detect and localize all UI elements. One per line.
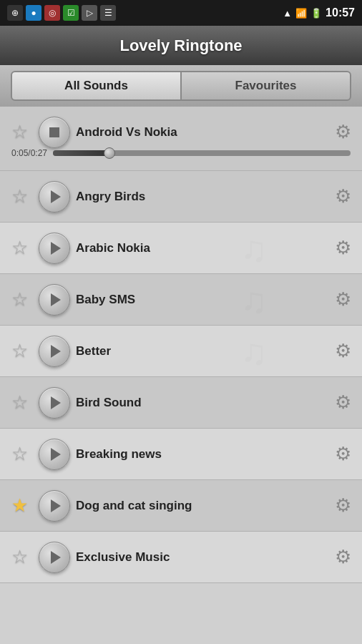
gear-btn-8[interactable]: ⚙	[329, 544, 356, 571]
gear-btn-0[interactable]: ⚙	[329, 119, 356, 146]
gear-icon-7: ⚙	[335, 494, 351, 517]
star-icon-2: ☆	[11, 237, 28, 259]
star-icon-6: ☆	[11, 443, 28, 465]
star-icon-0: ☆	[11, 121, 28, 143]
app-icon-6: ☰	[100, 5, 116, 21]
tab-favourites-label: Favourites	[235, 79, 297, 93]
stop-btn-0[interactable]	[39, 117, 70, 148]
progress-track-0[interactable]	[53, 150, 351, 156]
progress-fill-0	[53, 150, 109, 156]
gear-btn-5[interactable]: ⚙	[329, 389, 356, 416]
tab-all-sounds[interactable]: All Sounds	[11, 71, 181, 101]
star-icon-8: ☆	[11, 546, 28, 568]
app-title: Lovely Ringtone	[119, 36, 242, 55]
title-bar: Lovely Ringtone	[0, 26, 362, 65]
tab-favourites[interactable]: Favourites	[181, 71, 351, 101]
play-icon-3	[51, 293, 61, 306]
gear-btn-4[interactable]: ⚙	[329, 338, 356, 365]
sound-name-4: Better	[76, 344, 329, 358]
gear-btn-3[interactable]: ⚙	[329, 286, 356, 313]
sound-name-5: Bird Sound	[76, 396, 329, 410]
sound-item-6: ☆ Breaking news ⚙	[0, 429, 362, 480]
play-icon-4	[51, 345, 61, 358]
gear-icon-3: ⚙	[335, 288, 351, 311]
stop-icon-0	[49, 127, 59, 137]
gear-btn-2[interactable]: ⚙	[329, 235, 356, 262]
sound-item-2: ☆ Arabic Nokia ⚙ ♫	[0, 223, 362, 274]
play-btn-7[interactable]	[39, 490, 70, 522]
sound-name-2: Arabic Nokia	[76, 241, 329, 255]
app-icon-1: ⊕	[7, 5, 23, 21]
app-icon-5: ▷	[82, 5, 97, 21]
play-btn-8[interactable]	[39, 542, 70, 573]
star-btn-7[interactable]: ★	[6, 492, 33, 519]
signal-icon: 📶	[295, 8, 307, 19]
play-btn-1[interactable]	[39, 181, 70, 213]
sound-name-7: Dog and cat singing	[76, 499, 329, 513]
play-icon-6	[51, 448, 61, 461]
sound-item-5: ☆ Bird Sound ⚙	[0, 377, 362, 429]
sound-name-1: Angry Birds	[76, 190, 329, 204]
play-btn-6[interactable]	[39, 439, 70, 470]
status-icons: ⊕ ● ◎ ☑ ▷ ☰	[7, 5, 116, 21]
tab-bar: All Sounds Favourites	[0, 65, 362, 107]
sound-item-3: ☆ Baby SMS ⚙ ♫	[0, 274, 362, 326]
status-time: 10:57	[326, 6, 355, 19]
gear-icon-2: ⚙	[335, 237, 351, 259]
play-icon-8	[51, 551, 61, 564]
status-bar: ⊕ ● ◎ ☑ ▷ ☰ ▲ 📶 🔋 10:57	[0, 0, 362, 26]
sound-item-8: ☆ Exclusive Music ⚙	[0, 532, 362, 583]
app-icon-4: ☑	[63, 5, 79, 21]
app-icon-3: ◎	[44, 5, 60, 21]
app-icon-2: ●	[26, 5, 41, 21]
gear-icon-6: ⚙	[335, 443, 351, 465]
sound-item-0: ☆ Android Vs Nokia ⚙ 0:05/0:27	[0, 107, 362, 171]
status-right: ▲ 📶 🔋 10:57	[283, 6, 355, 19]
gear-icon-8: ⚙	[335, 546, 351, 568]
star-btn-3[interactable]: ☆	[6, 286, 33, 313]
sound-item-7: ★ Dog and cat singing ⚙	[0, 480, 362, 532]
gear-icon-5: ⚙	[335, 391, 351, 414]
play-btn-5[interactable]	[39, 387, 70, 419]
sound-item-1: ☆ Angry Birds ⚙	[0, 171, 362, 223]
progress-thumb-0[interactable]	[104, 147, 115, 159]
play-icon-5	[51, 396, 61, 409]
star-icon-3: ☆	[11, 288, 28, 311]
sound-list: ☆ Android Vs Nokia ⚙ 0:05/0:27 ☆	[0, 107, 362, 583]
tab-all-sounds-label: All Sounds	[64, 79, 128, 93]
sound-name-0: Android Vs Nokia	[76, 125, 329, 140]
gear-btn-7[interactable]: ⚙	[329, 492, 356, 519]
gear-icon-0: ⚙	[335, 121, 351, 143]
wifi-icon: ▲	[283, 8, 292, 19]
play-btn-3[interactable]	[39, 284, 70, 316]
star-btn-6[interactable]: ☆	[6, 441, 33, 468]
star-icon-4: ☆	[11, 340, 28, 362]
gear-btn-1[interactable]: ⚙	[329, 183, 356, 210]
sound-name-6: Breaking news	[76, 447, 329, 462]
play-icon-2	[51, 242, 61, 255]
star-icon-1: ☆	[11, 185, 28, 208]
star-icon-7: ★	[11, 494, 28, 517]
star-icon-5: ☆	[11, 391, 28, 414]
play-icon-7	[51, 499, 61, 512]
star-btn-0[interactable]: ☆	[6, 119, 33, 146]
play-btn-4[interactable]	[39, 336, 70, 367]
star-btn-8[interactable]: ☆	[6, 544, 33, 571]
gear-btn-6[interactable]: ⚙	[329, 441, 356, 468]
gear-icon-1: ⚙	[335, 185, 351, 208]
sound-item-4: ☆ Better ⚙ ♫	[0, 326, 362, 377]
time-text-0: 0:05/0:27	[11, 148, 47, 158]
sound-name-8: Exclusive Music	[76, 550, 329, 565]
battery-icon: 🔋	[310, 8, 322, 19]
play-icon-1	[51, 190, 61, 203]
sound-name-3: Baby SMS	[76, 293, 329, 307]
star-btn-2[interactable]: ☆	[6, 235, 33, 262]
progress-area-0: 0:05/0:27	[6, 148, 356, 161]
gear-icon-4: ⚙	[335, 340, 351, 362]
play-btn-2[interactable]	[39, 233, 70, 264]
star-btn-4[interactable]: ☆	[6, 338, 33, 365]
star-btn-1[interactable]: ☆	[6, 183, 33, 210]
star-btn-5[interactable]: ☆	[6, 389, 33, 416]
